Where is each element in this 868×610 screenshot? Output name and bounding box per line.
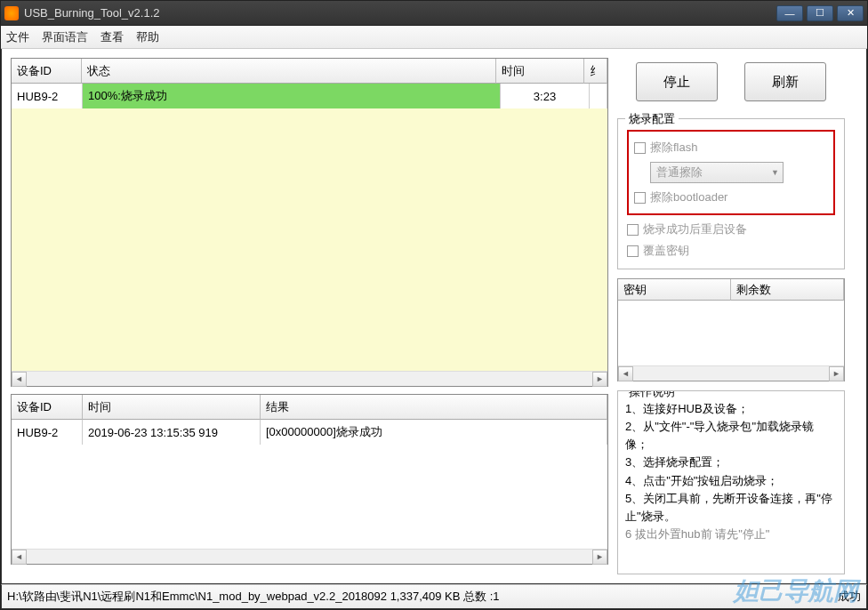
window-controls: — ☐ ✕ bbox=[776, 5, 864, 21]
scroll-track[interactable] bbox=[27, 550, 592, 565]
status-success: 成功 bbox=[838, 589, 861, 605]
close-button[interactable]: ✕ bbox=[837, 5, 864, 21]
instructions-fieldset: 操作说明 1、连接好HUB及设备； 2、从"文件"-"导入烧录包"加载烧录镜像；… bbox=[617, 390, 845, 574]
menu-bar: 文件 界面语言 查看 帮助 bbox=[1, 26, 867, 49]
erase-mode-combo[interactable]: 普通擦除 ▼ bbox=[650, 162, 784, 183]
erase-bootloader-label: 擦除bootloader bbox=[650, 189, 727, 205]
scroll-left-button[interactable]: ◄ bbox=[12, 372, 27, 387]
key-table: 密钥 剩余数 ◄ ► bbox=[617, 278, 845, 381]
title-bar: USB_Burning_Tool_v2.1.2 — ☐ ✕ bbox=[1, 1, 867, 26]
log-col-time[interactable]: 时间 bbox=[83, 395, 261, 420]
window-title: USB_Burning_Tool_v2.1.2 bbox=[24, 6, 776, 20]
device-status-grid: 设备ID 状态 时间 纟 HUB9-2 100%:烧录成功 3:23 ◄ bbox=[11, 58, 608, 387]
log-grid-body: HUB9-2 2019-06-23 13:15:35 919 [0x000000… bbox=[12, 420, 607, 549]
reboot-after-label: 烧录成功后重启设备 bbox=[643, 221, 747, 237]
status-bar: H:\软路由\斐讯N1\远程刷N1和Emmc\N1_mod_by_webpad_… bbox=[1, 584, 867, 609]
log-cell-time: 2019-06-23 13:15:35 919 bbox=[83, 420, 261, 445]
burn-config-fieldset: 烧录配置 擦除flash 普通擦除 ▼ 擦除bootloader bbox=[617, 118, 845, 269]
erase-flash-label: 擦除flash bbox=[650, 140, 697, 156]
table-row[interactable]: HUB9-2 2019-06-23 13:15:35 919 [0x000000… bbox=[12, 420, 607, 445]
menu-help[interactable]: 帮助 bbox=[136, 29, 159, 45]
key-col-remain[interactable]: 剩余数 bbox=[731, 279, 844, 301]
log-col-result[interactable]: 结果 bbox=[261, 395, 607, 420]
erase-bootloader-checkbox[interactable] bbox=[634, 192, 646, 204]
menu-language[interactable]: 界面语言 bbox=[42, 29, 88, 45]
scroll-right-button[interactable]: ► bbox=[829, 366, 844, 381]
menu-view[interactable]: 查看 bbox=[100, 29, 124, 45]
horizontal-scrollbar[interactable]: ◄ ► bbox=[12, 371, 607, 386]
cell-trailing bbox=[590, 84, 607, 108]
instruction-line: 6 拔出外置hub前 请先"停止" bbox=[625, 526, 837, 543]
cell-time: 3:23 bbox=[501, 84, 590, 108]
scroll-left-button[interactable]: ◄ bbox=[618, 366, 633, 381]
highlighted-options: 擦除flash 普通擦除 ▼ 擦除bootloader bbox=[627, 130, 835, 215]
cell-device-id: HUB9-2 bbox=[12, 84, 83, 108]
menu-file[interactable]: 文件 bbox=[6, 29, 29, 45]
instruction-line: 3、选择烧录配置； bbox=[625, 453, 837, 471]
left-column: 设备ID 状态 时间 纟 HUB9-2 100%:烧录成功 3:23 ◄ bbox=[11, 58, 608, 574]
log-cell-device-id: HUB9-2 bbox=[12, 420, 83, 445]
scroll-right-button[interactable]: ► bbox=[592, 550, 607, 565]
maximize-button[interactable]: ☐ bbox=[807, 5, 833, 21]
key-col-key[interactable]: 密钥 bbox=[618, 279, 731, 301]
grid-body: HUB9-2 100%:烧录成功 3:23 bbox=[12, 84, 607, 371]
app-icon bbox=[4, 6, 19, 20]
erase-flash-checkbox[interactable] bbox=[634, 142, 646, 154]
instruction-line: 5、关闭工具前，先断开设备连接，再"停止"烧录。 bbox=[625, 490, 837, 526]
erase-bootloader-row[interactable]: 擦除bootloader bbox=[634, 187, 828, 208]
log-grid-header: 设备ID 时间 结果 bbox=[12, 395, 607, 420]
key-horizontal-scrollbar[interactable]: ◄ ► bbox=[618, 365, 844, 381]
instructions-legend: 操作说明 bbox=[625, 390, 679, 401]
scroll-left-button[interactable]: ◄ bbox=[12, 550, 27, 565]
instruction-line: 4、点击"开始"按钮启动烧录； bbox=[625, 472, 837, 490]
stop-button[interactable]: 停止 bbox=[636, 62, 718, 101]
log-horizontal-scrollbar[interactable]: ◄ ► bbox=[12, 549, 607, 564]
right-column: 停止 刷新 烧录配置 擦除flash 普通擦除 ▼ 擦除boo bbox=[617, 58, 845, 574]
col-device-id[interactable]: 设备ID bbox=[12, 59, 82, 84]
table-row[interactable]: HUB9-2 100%:烧录成功 3:23 bbox=[12, 84, 607, 108]
instruction-line: 1、连接好HUB及设备； bbox=[625, 400, 837, 418]
key-table-body bbox=[618, 301, 844, 365]
scroll-right-button[interactable]: ► bbox=[592, 372, 607, 387]
grid-header: 设备ID 状态 时间 纟 bbox=[12, 59, 607, 84]
log-grid: 设备ID 时间 结果 HUB9-2 2019-06-23 13:15:35 91… bbox=[11, 394, 608, 565]
reboot-after-checkbox[interactable] bbox=[627, 224, 639, 236]
reboot-after-row[interactable]: 烧录成功后重启设备 bbox=[627, 219, 835, 240]
overwrite-key-row[interactable]: 覆盖密钥 bbox=[627, 240, 835, 261]
burn-config-legend: 烧录配置 bbox=[625, 111, 679, 127]
cell-status: 100%:烧录成功 bbox=[83, 84, 501, 108]
erase-flash-row[interactable]: 擦除flash bbox=[634, 137, 828, 158]
log-cell-result: [0x00000000]烧录成功 bbox=[261, 420, 607, 445]
refresh-button[interactable]: 刷新 bbox=[744, 62, 826, 101]
col-status[interactable]: 状态 bbox=[82, 59, 496, 84]
erase-mode-value: 普通擦除 bbox=[656, 165, 703, 181]
col-time[interactable]: 时间 bbox=[496, 59, 584, 84]
chevron-down-icon: ▼ bbox=[771, 168, 779, 177]
key-table-header: 密钥 剩余数 bbox=[618, 279, 844, 301]
scroll-track[interactable] bbox=[633, 366, 829, 381]
minimize-button[interactable]: — bbox=[776, 5, 803, 21]
overwrite-key-checkbox[interactable] bbox=[627, 245, 639, 257]
status-path: H:\软路由\斐讯N1\远程刷N1和Emmc\N1_mod_by_webpad_… bbox=[7, 589, 838, 605]
overwrite-key-label: 覆盖密钥 bbox=[643, 243, 689, 259]
scroll-track[interactable] bbox=[27, 372, 592, 387]
action-buttons: 停止 刷新 bbox=[617, 58, 845, 106]
col-trailing[interactable]: 纟 bbox=[584, 59, 607, 84]
client-area: 设备ID 状态 时间 纟 HUB9-2 100%:烧录成功 3:23 ◄ bbox=[1, 49, 867, 584]
instruction-line: 2、从"文件"-"导入烧录包"加载烧录镜像； bbox=[625, 418, 837, 453]
log-col-device-id[interactable]: 设备ID bbox=[12, 395, 83, 420]
